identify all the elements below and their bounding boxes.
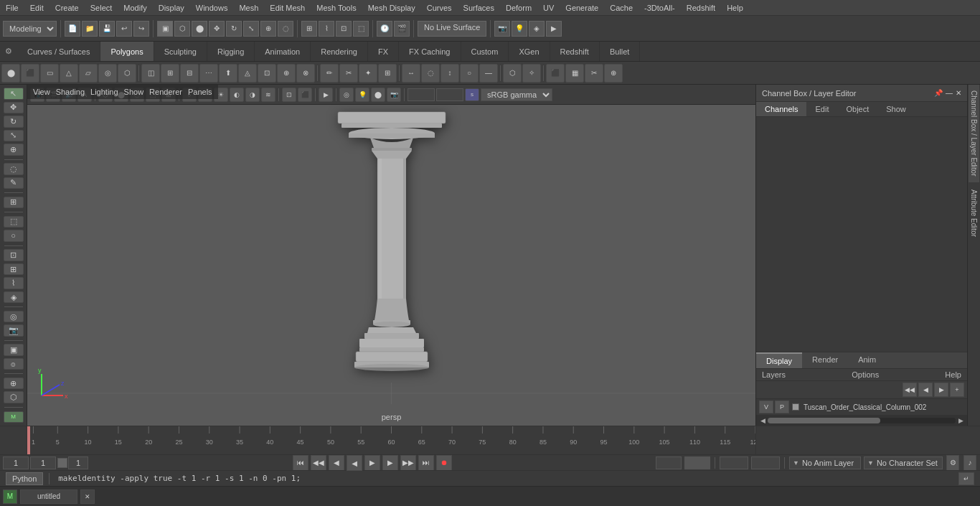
shader-btn[interactable]: ◈ — [529, 21, 545, 37]
menu-cache[interactable]: Cache — [604, 2, 639, 14]
shelf-uv-cut[interactable]: ✂ — [585, 64, 603, 83]
snap-grid2-btn[interactable]: ⊞ — [4, 263, 24, 276]
tab-polygons[interactable]: Polygons — [100, 42, 154, 61]
vp-menu-view[interactable]: View — [33, 88, 50, 96]
menu-mesh-tools[interactable]: Mesh Tools — [311, 2, 362, 14]
menu-mesh-display[interactable]: Mesh Display — [362, 2, 421, 14]
vp-menu-lighting[interactable]: Lighting — [90, 88, 118, 96]
frame-range-input[interactable] — [68, 456, 88, 469]
viewport-3d[interactable]: View Shading Lighting Show Renderer Pane… — [27, 85, 755, 426]
snap-curve2-btn[interactable]: ⌇ — [4, 277, 24, 289]
select-btn[interactable]: ▣ — [157, 21, 173, 37]
cmd-enter-btn[interactable]: ↵ — [958, 472, 974, 485]
dra-tab-render[interactable]: Render — [802, 352, 848, 368]
shelf-cluster[interactable]: ✧ — [522, 64, 541, 83]
vp-light-btn[interactable]: 💡 — [355, 88, 369, 102]
tab-custom[interactable]: Custom — [461, 42, 509, 61]
shelf-merge[interactable]: ↔ — [402, 64, 420, 83]
vp-gamma-num-input[interactable]: 1.00 — [436, 88, 463, 101]
vp-menu-panels[interactable]: Panels — [188, 88, 212, 96]
snap-surface-btn[interactable]: ⬚ — [353, 21, 369, 37]
cb-pin-btn[interactable]: 📌 — [934, 89, 943, 97]
layer-prev2-btn[interactable]: ◀ — [918, 383, 933, 397]
menu-redshift[interactable]: Redshift — [681, 2, 721, 14]
tab-animation[interactable]: Animation — [255, 42, 311, 61]
anim-layer-selector[interactable]: ▼ No Anim Layer — [789, 456, 861, 469]
scale-btn[interactable]: ⤡ — [243, 21, 259, 37]
lasso-btn[interactable]: ⬡ — [174, 21, 190, 37]
range-start-input[interactable]: 1 — [720, 456, 748, 469]
undo-btn[interactable]: ↩ — [116, 21, 132, 37]
shelf-insert-loop[interactable]: ⊞ — [378, 64, 397, 83]
vp-menu-show[interactable]: Show — [124, 88, 144, 96]
transport-next-frame[interactable]: ▶ — [382, 455, 398, 471]
cam-btn[interactable]: 📷 — [494, 21, 510, 37]
snap-curve-btn[interactable]: ⌇ — [319, 21, 334, 37]
tab-xgen[interactable]: XGen — [509, 42, 550, 61]
timeline-ruler[interactable]: 1510152025303540455055606570758085909510… — [27, 426, 755, 454]
tab-rigging[interactable]: Rigging — [207, 42, 255, 61]
show-manipulator-btn[interactable]: ⊞ — [4, 197, 24, 209]
vp-gate-btn[interactable]: ⬛ — [298, 88, 312, 102]
transport-record[interactable]: ⏺ — [436, 455, 452, 471]
region-select-btn[interactable]: ⬚ — [4, 216, 24, 228]
taskbar-window-btn[interactable]: untitled — [20, 489, 77, 504]
wireframe-btn[interactable]: ⬡ — [4, 391, 24, 403]
universal-manipulator-btn[interactable]: ⊕ — [4, 144, 24, 156]
shelf-straighten[interactable]: — — [479, 64, 498, 83]
layer-visibility-btn[interactable]: V — [759, 400, 773, 413]
transport-go-start[interactable]: ⏮ — [293, 455, 308, 471]
vp-offset-input[interactable]: 0.00 — [407, 88, 435, 101]
menu-file[interactable]: File — [0, 2, 24, 14]
vp-gamma-select[interactable]: sRGB gamma — [481, 88, 552, 101]
scroll-left-arrow[interactable]: ◀ — [758, 416, 768, 426]
python-label[interactable]: Python — [6, 472, 43, 485]
vp-hud-btn[interactable]: ⊡ — [282, 88, 296, 102]
tab-fx-caching[interactable]: FX Caching — [399, 42, 461, 61]
dra-tab-anim[interactable]: Anim — [848, 352, 886, 368]
transport-play-fwd[interactable]: ▶ — [364, 455, 380, 471]
transport-prev-frame[interactable]: ◀ — [329, 455, 344, 471]
attribute-editor-side-tab[interactable]: Attribute Editor — [969, 184, 979, 243]
layer-prev-btn[interactable]: ◀◀ — [903, 383, 917, 397]
vp-menu-shading[interactable]: Shading — [56, 88, 85, 96]
layer-playback-btn[interactable]: P — [775, 400, 789, 413]
open-file-btn[interactable]: 📁 — [82, 21, 98, 37]
vp-shadow-btn[interactable]: ◐ — [230, 88, 244, 102]
tab-redshift[interactable]: Redshift — [550, 42, 600, 61]
scroll-thumb[interactable] — [768, 418, 880, 423]
render2-btn[interactable]: ▶ — [546, 21, 562, 37]
menu-mesh[interactable]: Mesh — [233, 2, 264, 14]
paint-attr-btn[interactable]: ✎ — [4, 177, 24, 189]
menu-edit-mesh[interactable]: Edit Mesh — [264, 2, 311, 14]
current-field-input[interactable] — [30, 456, 56, 469]
shelf-weld[interactable]: ◌ — [421, 64, 440, 83]
move-tool-btn[interactable]: ✥ — [4, 102, 24, 114]
light-btn[interactable]: 💡 — [512, 21, 527, 37]
menu-display[interactable]: Display — [153, 2, 190, 14]
lasso-select-btn[interactable]: ○ — [4, 230, 24, 242]
shelf-torus[interactable]: ◎ — [98, 64, 117, 83]
char-set-selector[interactable]: ▼ No Character Set — [864, 456, 943, 469]
snap-point-btn[interactable]: ⊡ — [336, 21, 352, 37]
ch-tab-channels[interactable]: Channels — [756, 102, 806, 116]
dra-tab-display[interactable]: Display — [756, 352, 802, 368]
tab-sculpting[interactable]: Sculpting — [154, 42, 207, 61]
vp-menu-renderer[interactable]: Renderer — [149, 88, 182, 96]
tab-gear-icon[interactable]: ⚙ — [0, 42, 17, 62]
scroll-track[interactable] — [768, 418, 956, 423]
taskbar-maya-icon[interactable]: M — [3, 489, 17, 504]
taskbar-close-btn[interactable]: ✕ — [80, 489, 95, 504]
tab-bullet[interactable]: Bullet — [600, 42, 641, 61]
transport-step-fwd[interactable]: ▶▶ — [400, 455, 416, 471]
soft-select-btn[interactable]: ◌ — [4, 163, 24, 175]
layers-menu-help[interactable]: Help — [945, 370, 961, 379]
shelf-plane[interactable]: ▱ — [79, 64, 98, 83]
layer-next-btn[interactable]: ▶ — [934, 383, 948, 397]
channel-box-side-tab[interactable]: Channel Box / Layer Editor — [969, 85, 979, 182]
vp-cam2-btn[interactable]: 📷 — [387, 88, 401, 102]
rotate-tool-btn[interactable]: ↻ — [4, 116, 24, 128]
ch-tab-object[interactable]: Object — [837, 102, 877, 116]
shelf-bridge[interactable]: ⊡ — [258, 64, 276, 83]
new-file-btn[interactable]: 📄 — [65, 21, 80, 37]
